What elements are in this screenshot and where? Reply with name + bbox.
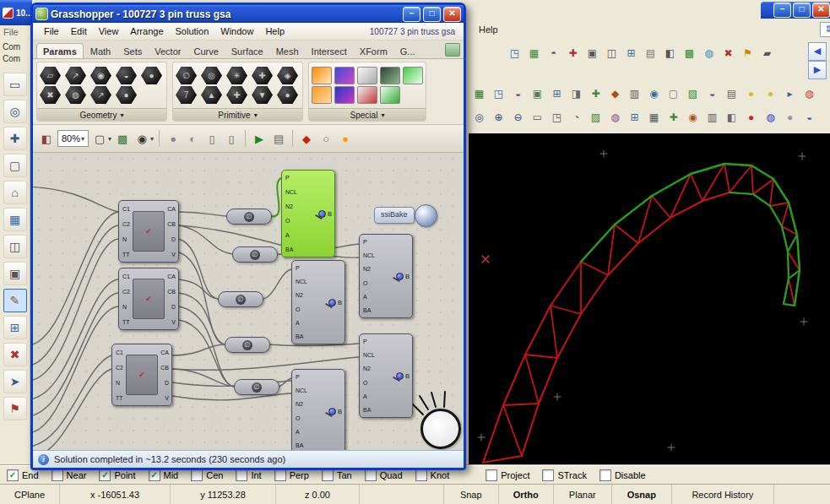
component-icon[interactable]: ↗ (90, 86, 111, 104)
rhino-tool-icon[interactable]: ▰ (758, 44, 776, 62)
component-icon[interactable]: ✖ (40, 86, 61, 104)
param-d[interactable]: D (160, 380, 169, 386)
component-icon[interactable]: ↗ (65, 67, 86, 84)
param-c2[interactable]: C2 (122, 289, 130, 295)
rhino-tool-icon[interactable]: ✖ (719, 44, 737, 62)
wireframe-view-icon[interactable]: ◐ (184, 130, 201, 147)
status-snap[interactable]: Snap (444, 485, 499, 504)
toolbar-scroll-left-icon[interactable]: ◀ (808, 42, 827, 61)
menu-arrange[interactable]: Arrange (124, 24, 169, 38)
osnap-checkbox-point[interactable]: ✓ (99, 469, 111, 481)
rhino-viewport[interactable] (469, 133, 830, 464)
report-icon[interactable]: ▤ (270, 130, 287, 147)
param-p[interactable]: P (296, 374, 307, 380)
menu-view[interactable]: View (93, 24, 125, 38)
rhino-tool-icon[interactable]: ⊞ (626, 108, 643, 126)
rhino-help-menu[interactable]: Help (479, 24, 498, 35)
rhino-tool-icon[interactable]: ▤ (723, 84, 740, 102)
output-b[interactable]: B (325, 407, 344, 415)
gsa-component[interactable]: PNCLN2OABAB (359, 333, 413, 418)
rhino-tool-icon[interactable]: ▥ (626, 84, 643, 102)
sidebar-tool-icon[interactable]: ✖ (3, 343, 27, 366)
param-p[interactable]: P (285, 175, 297, 181)
component-icon[interactable]: ▱ (40, 67, 61, 84)
param-a[interactable]: A (296, 320, 307, 326)
gsa-component-selected[interactable]: PNCLN2OABAB (281, 170, 335, 257)
gh-close-button[interactable]: ✕ (443, 7, 461, 22)
tab-surface[interactable]: Surface (225, 44, 269, 58)
rhino-tool-icon[interactable]: ◫ (603, 44, 621, 62)
rhino-tool-icon[interactable]: ◳ (506, 44, 523, 62)
rhino-tool-icon[interactable]: ● (762, 84, 779, 102)
param-n[interactable]: N (122, 304, 130, 310)
param-n2[interactable]: N2 (363, 266, 375, 272)
component-icon[interactable]: ✚ (252, 67, 273, 84)
osnap-checkbox-end[interactable]: ✓ (7, 469, 19, 481)
status-osnap[interactable]: Osnap (612, 485, 672, 504)
menu-solution[interactable]: Solution (170, 24, 215, 38)
bake-button[interactable]: ssiBake (374, 207, 415, 224)
capsule-component[interactable]: ∅ (232, 247, 278, 263)
rhino-tool-icon[interactable]: ◍ (700, 44, 718, 62)
param-ncl[interactable]: NCL (363, 352, 375, 358)
param-ba[interactable]: BA (363, 307, 375, 313)
sidebar-tool-icon[interactable]: ▭ (3, 73, 27, 96)
sidebar-tool-icon[interactable]: ▣ (3, 262, 27, 285)
component-icon[interactable]: ◉ (90, 67, 111, 84)
param-tt[interactable]: TT (116, 395, 123, 401)
rhino-tool-icon[interactable]: ◍ (800, 84, 818, 102)
rhino-tool-icon[interactable]: ● (781, 108, 799, 126)
param-ba[interactable]: BA (363, 407, 375, 413)
capsule-component[interactable]: ∅ (234, 379, 279, 395)
rhino-tool-icon[interactable]: ◔ (567, 108, 585, 126)
component-icon[interactable]: 7 (176, 86, 197, 104)
param-a[interactable]: A (363, 393, 375, 399)
rhino-window-titlebar[interactable]: – □ ✕ (761, 2, 830, 19)
background-window-titlebar[interactable]: 10... (0, 0, 32, 25)
shaded-view-icon[interactable]: ● (165, 130, 182, 147)
tab-xform[interactable]: XForm (354, 44, 393, 58)
gsa-component[interactable]: PNCLN2OABAB (291, 260, 345, 344)
rhino-tool-icon[interactable]: ◒ (800, 108, 818, 126)
component-icon[interactable] (334, 67, 355, 84)
rhino-tool-icon[interactable]: ▣ (583, 44, 601, 62)
gh-minimize-button[interactable]: – (403, 7, 420, 22)
param-a[interactable]: A (296, 429, 307, 435)
param-cb[interactable]: CB (160, 365, 169, 371)
output-b[interactable]: B (393, 371, 412, 380)
sidebar-tool-icon[interactable]: ✎ (3, 289, 27, 312)
param-cb[interactable]: CB (167, 289, 176, 295)
dial-widget[interactable] (420, 409, 461, 449)
rhino-tool-icon[interactable]: ▧ (684, 84, 702, 102)
rhino-tool-icon[interactable]: ◓ (545, 44, 562, 62)
tab-mesh[interactable]: Mesh (270, 44, 305, 58)
toolbar-scroll-right-icon[interactable]: ▶ (808, 61, 827, 79)
gh-maximize-button[interactable]: □ (423, 7, 441, 22)
param-d[interactable]: D (167, 304, 176, 310)
param-c1[interactable]: C1 (122, 206, 130, 212)
param-p[interactable]: P (296, 265, 307, 271)
component-icon[interactable]: ● (141, 67, 162, 84)
rhino-tool-icon[interactable]: ▭ (529, 108, 546, 126)
output-b[interactable]: B (315, 209, 334, 218)
component-icon[interactable]: ◎ (201, 67, 222, 84)
rhino-tool-icon[interactable]: ✚ (564, 44, 582, 62)
rhino-tool-icon[interactable]: ▨ (587, 108, 605, 126)
rhino-file-menu[interactable]: File (0, 27, 33, 40)
tab-scroll-icon[interactable] (445, 43, 460, 57)
ribbon-group-label[interactable]: Geometry▾ (37, 108, 166, 121)
rhino-tool-icon[interactable]: ● (742, 84, 760, 102)
sidebar-tool-icon[interactable]: ➤ (3, 370, 27, 393)
param-ca[interactable]: CA (167, 206, 176, 212)
rhino-tool-icon[interactable]: ◳ (548, 108, 566, 126)
output-b[interactable]: B (325, 298, 344, 306)
cluster-component[interactable]: C1C2NTT✔CACBDV (118, 268, 179, 330)
osnap-checkbox-perp[interactable] (274, 469, 286, 481)
tab-math[interactable]: Math (84, 44, 117, 58)
component-icon[interactable] (380, 86, 400, 104)
dropdown-arrow-icon[interactable]: ▾ (108, 135, 111, 143)
doc-preview-icon[interactable]: ▯ (203, 130, 220, 147)
component-icon[interactable]: ✳ (226, 67, 247, 84)
param-v[interactable]: V (167, 319, 176, 325)
sidebar-tool-icon[interactable]: ✚ (3, 127, 27, 150)
